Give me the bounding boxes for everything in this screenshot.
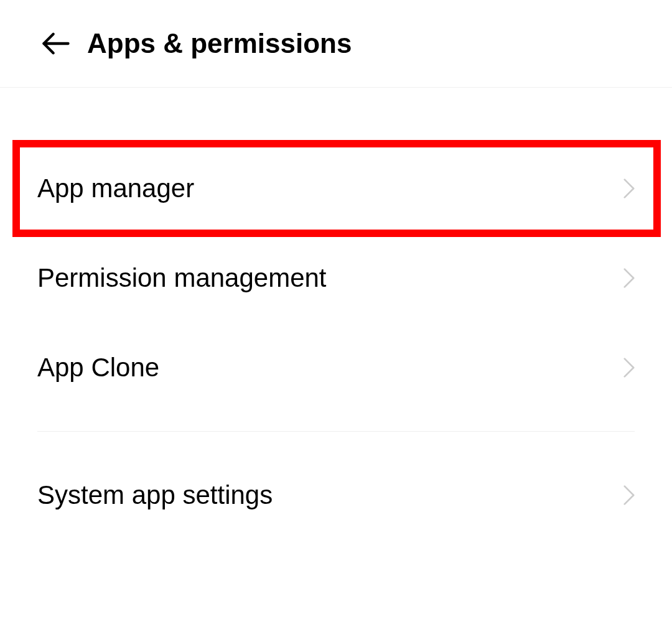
chevron-right-icon [620, 269, 638, 287]
back-button[interactable] [37, 25, 75, 62]
header: Apps & permissions [0, 0, 672, 88]
settings-item-system-app-settings[interactable]: System app settings [0, 450, 672, 540]
settings-item-label: System app settings [37, 480, 273, 510]
chevron-right-icon [620, 359, 638, 376]
settings-item-label: App manager [37, 174, 194, 203]
settings-item-permission-management[interactable]: Permission management [0, 233, 672, 323]
chevron-right-icon [620, 180, 638, 197]
divider [37, 431, 635, 432]
settings-item-label: Permission management [37, 263, 327, 293]
settings-item-label: App Clone [37, 353, 159, 383]
page-title: Apps & permissions [87, 28, 352, 59]
settings-item-app-manager[interactable]: App manager [0, 144, 672, 233]
arrow-left-icon [40, 27, 72, 60]
chevron-right-icon [620, 486, 638, 504]
settings-list: App manager Permission management App Cl… [0, 88, 672, 540]
settings-item-app-clone[interactable]: App Clone [0, 323, 672, 412]
